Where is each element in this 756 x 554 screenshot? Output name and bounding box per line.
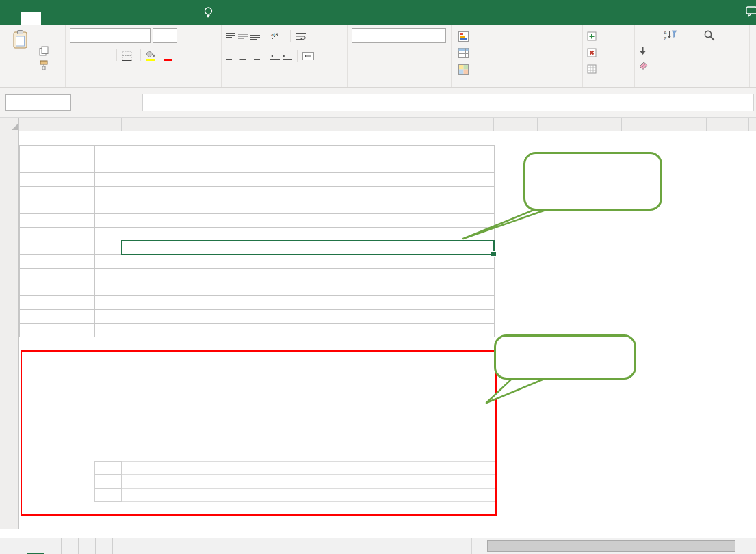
enter-button[interactable] <box>103 94 119 111</box>
format-painter-button[interactable] <box>39 60 49 71</box>
column-header-g[interactable] <box>579 118 622 131</box>
empty-cell[interactable] <box>95 310 122 324</box>
delete-cells-button[interactable] <box>587 44 631 61</box>
tab-review[interactable] <box>123 12 144 25</box>
underline-button[interactable] <box>97 48 109 62</box>
stt-cell[interactable] <box>20 310 95 324</box>
orientation-button[interactable]: ab <box>270 31 281 41</box>
empty-cell[interactable] <box>95 228 122 241</box>
tab-help[interactable] <box>164 12 185 25</box>
align-top-button[interactable] <box>226 32 235 40</box>
column-header-a[interactable] <box>19 118 94 131</box>
empty-cell[interactable] <box>95 187 122 200</box>
column-header-i[interactable] <box>664 118 707 131</box>
stt-cell[interactable] <box>20 200 95 214</box>
empty-cell[interactable] <box>20 324 95 337</box>
borders-button[interactable] <box>121 48 133 62</box>
tab-data[interactable] <box>103 12 123 25</box>
font-color-button[interactable] <box>162 48 174 62</box>
tab-file[interactable] <box>0 12 21 25</box>
align-left-button[interactable] <box>226 52 235 60</box>
stt-cell[interactable] <box>20 241 95 255</box>
tab-home[interactable] <box>21 12 41 25</box>
increase-indent-button[interactable] <box>283 52 292 60</box>
stt-cell[interactable] <box>20 296 95 310</box>
cut-button[interactable] <box>39 31 49 42</box>
italic-button[interactable] <box>83 48 95 62</box>
scrollbar-track[interactable] <box>484 538 744 554</box>
empty-cell[interactable] <box>95 282 122 296</box>
column-header-b[interactable] <box>94 118 122 131</box>
copy-button[interactable] <box>39 45 49 57</box>
autosum-button[interactable] <box>639 29 650 42</box>
empty-cell[interactable] <box>95 200 122 214</box>
empty-cell[interactable] <box>95 255 122 269</box>
empty-cell[interactable] <box>122 324 495 337</box>
link-cell[interactable] <box>122 282 495 296</box>
fill-button[interactable] <box>639 44 650 57</box>
merge-center-button[interactable] <box>302 52 314 60</box>
link-cell[interactable] <box>122 296 495 310</box>
stt-cell[interactable] <box>20 269 95 282</box>
clear-button[interactable] <box>639 60 650 72</box>
empty-cell[interactable] <box>95 296 122 310</box>
font-name-combo[interactable] <box>70 28 151 43</box>
align-middle-button[interactable] <box>238 32 248 40</box>
link-cell[interactable] <box>122 228 495 241</box>
link-cell[interactable] <box>122 269 495 282</box>
column-header-d[interactable] <box>494 118 538 131</box>
link-cell[interactable] <box>122 187 495 200</box>
link-cell[interactable] <box>122 310 495 324</box>
font-size-combo[interactable] <box>153 28 177 43</box>
stt-cell[interactable] <box>20 228 95 241</box>
empty-cell[interactable] <box>95 269 122 282</box>
sheet-tab-more[interactable] <box>96 538 113 554</box>
tab-page-layout[interactable] <box>62 12 82 25</box>
format-as-table-button[interactable] <box>456 44 579 61</box>
sheet-tab-sodutoan[interactable] <box>62 538 79 554</box>
number-format-combo[interactable] <box>352 28 446 43</box>
tab-view[interactable] <box>144 12 164 25</box>
cancel-button[interactable] <box>85 94 101 111</box>
sheet-tab-danh-muc[interactable] <box>44 538 62 554</box>
link-cell[interactable] <box>122 200 495 214</box>
format-cells-button[interactable] <box>587 61 631 77</box>
link-cell[interactable] <box>122 241 495 255</box>
column-header-j[interactable] <box>707 118 749 131</box>
cell-styles-button[interactable] <box>456 61 579 77</box>
tab-formulas[interactable] <box>82 12 103 25</box>
stt-cell[interactable] <box>20 159 95 173</box>
insert-function-button[interactable] <box>120 94 137 111</box>
column-header-c[interactable] <box>122 118 494 131</box>
find-select-button[interactable] <box>691 28 727 75</box>
select-all-corner[interactable] <box>0 118 19 131</box>
fill-color-button[interactable] <box>145 48 157 62</box>
stt-cell[interactable] <box>20 282 95 296</box>
empty-cell[interactable] <box>95 159 122 173</box>
stt-cell[interactable] <box>20 214 95 228</box>
sheet-tab-huong-dan[interactable] <box>27 538 44 554</box>
list-title-cell[interactable] <box>122 146 495 159</box>
formula-input[interactable] <box>142 94 754 111</box>
empty-cell[interactable] <box>95 173 122 187</box>
stt-cell[interactable] <box>20 255 95 269</box>
sort-filter-button[interactable]: AZ <box>653 28 688 75</box>
link-cell[interactable] <box>122 255 495 269</box>
wrap-text-button[interactable] <box>296 32 307 40</box>
empty-cell[interactable] <box>95 324 122 337</box>
align-bottom-button[interactable] <box>250 32 260 40</box>
name-box[interactable] <box>5 94 71 111</box>
align-center-button[interactable] <box>238 52 248 60</box>
stt-cell[interactable] <box>20 173 95 187</box>
link-cell[interactable] <box>122 159 495 173</box>
scrollbar-thumb[interactable] <box>487 540 735 552</box>
empty-cell[interactable] <box>95 241 122 255</box>
conditional-formatting-button[interactable] <box>456 28 579 44</box>
link-cell[interactable] <box>122 173 495 187</box>
empty-cell[interactable] <box>95 214 122 228</box>
comment-icon[interactable] <box>746 6 756 17</box>
stt-cell[interactable] <box>20 187 95 200</box>
sheet-tab-sothuchien[interactable] <box>79 538 96 554</box>
tell-me-box[interactable] <box>204 7 218 25</box>
align-right-button[interactable] <box>250 52 260 60</box>
